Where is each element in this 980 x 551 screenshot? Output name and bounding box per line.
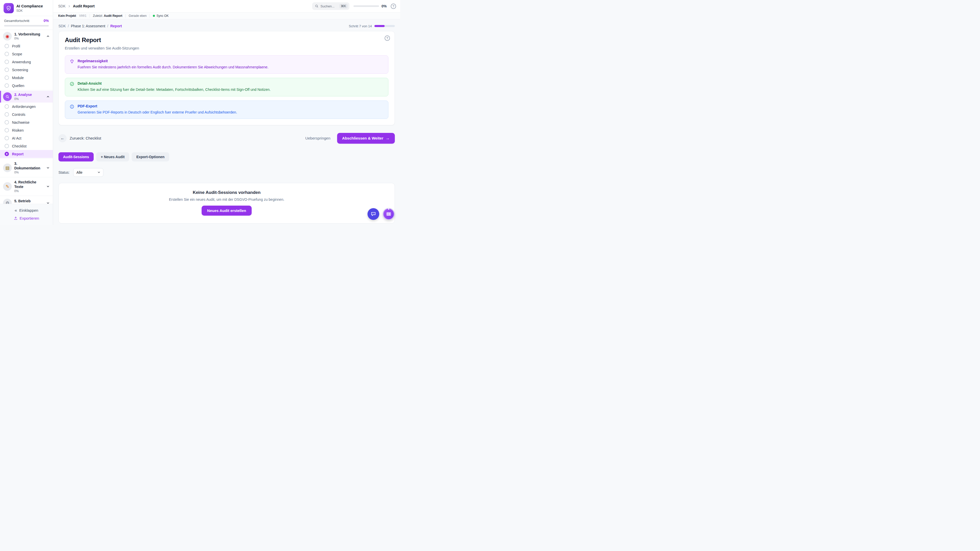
sidebar-footer: « Einklappen Exportieren (0, 204, 53, 225)
sidebar-item-label: Quellen (12, 84, 24, 88)
page-breadcrumb-root[interactable]: SDK (59, 24, 66, 28)
tab-bar: Audit-Sessions + Neues Audit Export-Opti… (59, 152, 395, 162)
section-percent: 0% (14, 97, 44, 101)
finish-and-next-label: Abschliessen & Weiter (342, 136, 383, 140)
page-breadcrumb-phase[interactable]: Phase 1: Assessment (71, 24, 105, 28)
sidebar-item-label: Profil (12, 44, 20, 48)
sidebar-item-scope[interactable]: Scope (0, 50, 53, 58)
sync-ok-dot-icon (153, 15, 155, 17)
divider (125, 14, 126, 17)
sidebar-section-rechtliche-texte[interactable]: ✎ 4. Rechtliche Texte 0% (0, 179, 53, 194)
step-label: Schritt 7 von 14 (349, 24, 372, 28)
page-breadcrumb: SDK / Phase 1: Assessment / Report (59, 24, 122, 28)
overall-progress-value: 0% (44, 19, 49, 23)
search-shortcut-badge: ⌘K (339, 4, 348, 8)
page-content: SDK / Phase 1: Assessment / Report Schri… (53, 19, 400, 225)
status-select[interactable]: Alle (73, 168, 103, 177)
radio-icon (5, 52, 9, 56)
section-title: 1. Vorbereitung (14, 32, 44, 37)
sidebar-section-dokumentation[interactable]: ▤ 3. Dokumentation 0% (0, 160, 53, 176)
page-title: Audit Report (65, 37, 388, 44)
arrow-left-icon: ← (59, 134, 67, 142)
empty-state-text: Erstellen Sie ein neues Audit, um mit de… (169, 197, 284, 202)
finish-and-next-button[interactable]: Abschliessen & Weiter → (337, 133, 395, 144)
tab-audit-sessions[interactable]: Audit-Sessions (59, 152, 94, 162)
radio-icon (5, 136, 9, 140)
info-text: Klicken Sie auf eine Sitzung fuer die De… (78, 87, 270, 92)
header-progress-value: 0% (382, 4, 387, 8)
magnifier-icon (3, 92, 12, 101)
breadcrumb-separator: / (68, 24, 69, 28)
sync-status: Sync OK (153, 14, 169, 17)
last-label: Zuletzt: (93, 14, 103, 17)
sidebar-item-ai-act[interactable]: AI Act (0, 134, 53, 142)
search-input[interactable] (321, 4, 337, 8)
section-title: 4. Rechtliche Texte (14, 180, 44, 189)
radio-icon (5, 128, 9, 132)
sidebar-section-vorbereitung[interactable]: ◉ 1. Vorbereitung 0% (0, 30, 53, 42)
board-fab-button[interactable] (383, 208, 395, 220)
empty-state-card: Keine Audit-Sessions vorhanden Erstellen… (59, 183, 395, 224)
sidebar-item-screening[interactable]: Screening (0, 66, 53, 74)
sidebar-item-label: Controls (12, 113, 25, 117)
sidebar-item-anwendung[interactable]: Anwendung (0, 58, 53, 66)
export-button[interactable]: Exportieren (14, 216, 39, 221)
skip-button[interactable]: Ueberspringen (305, 136, 330, 140)
info-title: Detail-Ansicht (78, 81, 270, 86)
search-box[interactable]: ⌘K (312, 2, 349, 10)
section-percent: 0% (14, 171, 44, 174)
sidebar-item-label: Module (12, 76, 24, 80)
sidebar-item-label: Nachweise (12, 121, 29, 124)
sidebar-section-analyse[interactable]: 2. Analyse 0% (0, 91, 53, 103)
sidebar-item-profil[interactable]: Profil (0, 42, 53, 50)
info-text: Generieren Sie PDF-Reports in Deutsch od… (78, 110, 237, 115)
radio-icon (5, 83, 9, 88)
sidebar-section-betrieb[interactable]: ⚙ 5. Betrieb 0% (0, 197, 53, 204)
page-subtitle: Erstellen und verwalten Sie Audit-Sitzun… (65, 46, 388, 50)
create-new-audit-button[interactable]: Neues Audit erstellen (202, 206, 252, 216)
sidebar-item-quellen[interactable]: Quellen (0, 82, 53, 89)
page-breadcrumb-current: Report (110, 24, 122, 28)
radio-icon (5, 144, 9, 148)
header-progress-bar (353, 5, 379, 7)
sidebar-item-checklist[interactable]: Checklist (0, 142, 53, 150)
sidebar-item-label: Scope (12, 52, 22, 56)
audit-report-card: Audit Report Erstellen und verwalten Sie… (59, 31, 395, 125)
radio-icon (5, 120, 9, 124)
export-label: Exportieren (20, 216, 39, 221)
tab-export-optionen[interactable]: Export-Optionen (132, 152, 169, 162)
sidebar-item-controls[interactable]: Controls (0, 110, 53, 118)
double-chevron-left-icon: « (14, 208, 17, 213)
chat-fab-button[interactable] (368, 208, 379, 220)
info-circle-icon (70, 104, 74, 115)
overall-progress: Gesamtfortschritt 0% (0, 16, 53, 30)
sidebar-item-report[interactable]: Report (0, 150, 53, 158)
section-title: 2. Analyse (14, 93, 44, 97)
sidebar-item-module[interactable]: Module (0, 74, 53, 82)
overall-progress-bar (4, 25, 49, 27)
chevron-down-icon (46, 185, 50, 188)
sidebar-item-label: Anwendung (12, 60, 31, 64)
last-value: Audit Report (104, 14, 123, 17)
breadcrumb-root[interactable]: SDK (58, 4, 65, 8)
sidebar-nav: ◉ 1. Vorbereitung 0% Profil Scope Anwend… (0, 30, 53, 204)
sidebar-item-risiken[interactable]: Risiken (0, 126, 53, 134)
empty-state-title: Keine Audit-Sessions vorhanden (192, 190, 261, 195)
version-badge: V001 (79, 14, 86, 17)
back-to-checklist-link[interactable]: ← Zurueck: Checklist (59, 134, 101, 142)
collapse-sidebar-button[interactable]: « Einklappen (14, 208, 38, 213)
sidebar-item-anforderungen[interactable]: Anforderungen (0, 103, 53, 110)
search-icon (315, 4, 318, 8)
columns-icon (386, 211, 391, 217)
sidebar-item-nachweise[interactable]: Nachweise (0, 118, 53, 126)
chevron-down-icon (46, 166, 50, 170)
tab-neues-audit[interactable]: + Neues Audit (96, 152, 129, 162)
help-icon[interactable]: ? (391, 3, 396, 9)
sidebar-item-label: Risiken (12, 128, 24, 132)
overall-progress-label: Gesamtfortschritt (4, 19, 29, 23)
card-help-icon[interactable]: ? (385, 35, 390, 41)
info-box-detail-ansicht: Detail-Ansicht Klicken Sie auf eine Sitz… (65, 78, 388, 96)
sidebar-item-label: AI Act (12, 136, 21, 140)
radio-selected-icon (5, 152, 9, 156)
main-area: SDK Audit Report ⌘K 0% ? Kein Projekt V0… (53, 0, 400, 225)
